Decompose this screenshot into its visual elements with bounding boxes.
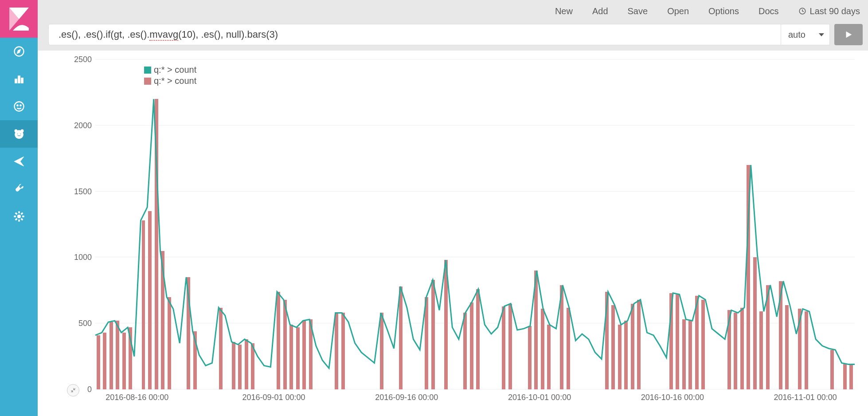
x-tick: 2016-09-01 00:00 xyxy=(242,393,305,402)
menu-add[interactable]: Add xyxy=(592,6,608,16)
svg-point-12 xyxy=(20,133,21,135)
x-tick: 2016-08-16 00:00 xyxy=(106,393,168,402)
svg-point-7 xyxy=(14,102,23,111)
x-tick: 2016-10-01 00:00 xyxy=(508,393,571,402)
y-tick: 2500 xyxy=(74,55,92,64)
legend-swatch-2 xyxy=(144,78,151,85)
legend-swatch-1 xyxy=(144,67,151,74)
main: New Add Save Open Options Docs Last 90 d… xyxy=(38,0,868,416)
x-tick: 2016-10-16 00:00 xyxy=(641,393,704,402)
kibana-logo[interactable] xyxy=(0,0,38,38)
chevron-down-icon xyxy=(819,33,824,36)
svg-point-15 xyxy=(17,215,20,218)
menu-options[interactable]: Options xyxy=(708,6,739,16)
chart-plot[interactable]: q:* > count q:* > count xyxy=(95,59,855,389)
svg-rect-5 xyxy=(18,76,20,83)
svg-rect-4 xyxy=(15,79,17,83)
nav-settings[interactable] xyxy=(0,203,38,230)
y-tick: 500 xyxy=(78,319,92,328)
chart-legend: q:* > count q:* > count xyxy=(144,65,196,87)
svg-point-11 xyxy=(17,133,18,135)
query-bar: .es(), .es().if(gt, .es().mvavg(10), .es… xyxy=(38,22,868,51)
y-tick: 2000 xyxy=(74,121,92,130)
svg-marker-3 xyxy=(17,49,20,53)
interval-value: auto xyxy=(788,30,805,40)
collapse-icon xyxy=(70,387,76,393)
svg-point-14 xyxy=(21,130,23,132)
time-picker[interactable]: Last 90 days xyxy=(798,6,860,16)
svg-line-20 xyxy=(15,213,17,215)
svg-marker-25 xyxy=(846,31,852,38)
clock-icon xyxy=(798,7,806,15)
menu-open[interactable]: Open xyxy=(667,6,689,16)
run-button[interactable] xyxy=(834,24,863,45)
interval-select[interactable]: auto xyxy=(781,24,830,45)
svg-point-8 xyxy=(16,105,18,106)
menu-new[interactable]: New xyxy=(555,6,573,16)
play-icon xyxy=(844,30,853,39)
svg-line-23 xyxy=(21,213,23,215)
chart-container: 05001000150020002500 q:* > count q:* > c… xyxy=(38,51,868,416)
svg-point-9 xyxy=(20,105,21,106)
x-axis: 2016-08-16 00:002016-09-01 00:002016-09-… xyxy=(95,389,855,407)
y-tick: 0 xyxy=(87,385,92,394)
menu-save[interactable]: Save xyxy=(628,6,648,16)
svg-rect-6 xyxy=(21,78,23,83)
x-tick: 2016-09-16 00:00 xyxy=(375,393,438,402)
time-label: Last 90 days xyxy=(810,6,860,16)
menu-docs[interactable]: Docs xyxy=(759,6,779,16)
query-expression[interactable]: .es(), .es().if(gt, .es().mvavg(10), .es… xyxy=(59,29,278,40)
nav-dashboard[interactable] xyxy=(0,93,38,120)
y-tick: 1000 xyxy=(74,253,92,262)
legend-label-2: q:* > count xyxy=(154,76,196,86)
topbar: New Add Save Open Options Docs Last 90 d… xyxy=(38,0,868,22)
collapse-button[interactable] xyxy=(67,384,79,396)
x-tick: 2016-11-01 00:00 xyxy=(774,393,837,402)
nav-management[interactable] xyxy=(0,175,38,203)
legend-label-1: q:* > count xyxy=(154,65,196,75)
sidebar xyxy=(0,0,38,416)
y-tick: 1500 xyxy=(74,187,92,196)
svg-point-13 xyxy=(15,130,17,132)
svg-line-21 xyxy=(21,219,23,220)
nav-visualize[interactable] xyxy=(0,65,38,93)
nav-discover[interactable] xyxy=(0,38,38,65)
nav-devtools[interactable] xyxy=(0,148,38,175)
nav-timelion[interactable] xyxy=(0,120,38,148)
y-axis: 05001000150020002500 xyxy=(51,59,95,389)
svg-line-22 xyxy=(15,219,17,220)
chart-line xyxy=(95,59,855,389)
query-input-wrap[interactable]: .es(), .es().if(gt, .es().mvavg(10), .es… xyxy=(48,24,781,45)
